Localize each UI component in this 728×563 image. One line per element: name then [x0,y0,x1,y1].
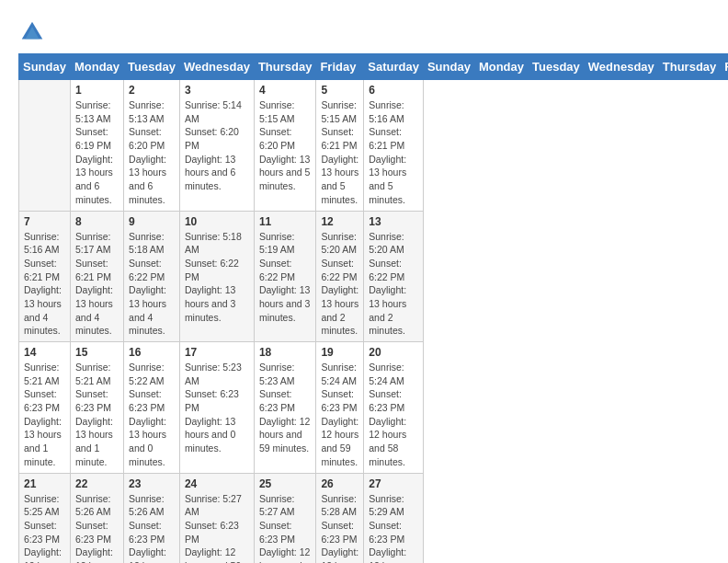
page-header [18,18,710,46]
calendar-cell: 17Sunrise: 5:23 AMSunset: 6:23 PMDayligh… [179,342,254,474]
day-info: Sunrise: 5:28 AMSunset: 6:23 PMDaylight:… [321,492,358,564]
calendar-cell [19,80,71,212]
day-info: Sunrise: 5:21 AMSunset: 6:23 PMDaylight:… [24,361,65,469]
col-header-thursday: Thursday [254,54,316,80]
calendar-cell: 13Sunrise: 5:20 AMSunset: 6:22 PMDayligh… [364,211,424,342]
calendar-cell: 22Sunrise: 5:26 AMSunset: 6:23 PMDayligh… [70,473,123,563]
day-info: Sunrise: 5:16 AMSunset: 6:21 PMDaylight:… [369,98,418,207]
col-header-monday: Monday [474,54,528,80]
day-number: 20 [369,346,418,359]
day-number: 24 [185,477,249,490]
day-number: 5 [321,84,358,97]
col-header-tuesday: Tuesday [124,54,180,80]
col-header-sunday: Sunday [19,54,71,80]
day-number: 13 [369,215,418,228]
day-info: Sunrise: 5:26 AMSunset: 6:23 PMDaylight:… [129,492,175,564]
day-number: 18 [259,346,312,359]
day-number: 12 [321,215,358,228]
day-number: 2 [129,84,175,97]
day-number: 25 [259,477,312,490]
col-header-tuesday: Tuesday [529,54,585,80]
calendar-cell: 16Sunrise: 5:22 AMSunset: 6:23 PMDayligh… [124,342,180,474]
day-info: Sunrise: 5:25 AMSunset: 6:23 PMDaylight:… [24,492,65,564]
day-info: Sunrise: 5:20 AMSunset: 6:22 PMDaylight:… [321,230,358,339]
calendar-cell: 6Sunrise: 5:16 AMSunset: 6:21 PMDaylight… [364,80,424,212]
calendar-cell: 4Sunrise: 5:15 AMSunset: 6:20 PMDaylight… [254,80,316,212]
logo-icon [18,18,46,46]
day-info: Sunrise: 5:19 AMSunset: 6:22 PMDaylight:… [259,230,312,325]
day-number: 7 [24,215,65,228]
day-number: 27 [369,477,418,490]
day-number: 17 [185,346,249,359]
day-info: Sunrise: 5:14 AMSunset: 6:20 PMDaylight:… [185,98,249,193]
calendar-cell: 8Sunrise: 5:17 AMSunset: 6:21 PMDaylight… [70,211,123,342]
day-info: Sunrise: 5:18 AMSunset: 6:22 PMDaylight:… [129,230,175,339]
day-number: 11 [259,215,312,228]
day-info: Sunrise: 5:23 AMSunset: 6:23 PMDaylight:… [259,361,312,455]
calendar-week-row: 14Sunrise: 5:21 AMSunset: 6:23 PMDayligh… [19,342,729,474]
day-number: 9 [129,215,175,228]
day-info: Sunrise: 5:24 AMSunset: 6:23 PMDaylight:… [321,361,358,469]
day-info: Sunrise: 5:24 AMSunset: 6:23 PMDaylight:… [369,361,418,469]
day-info: Sunrise: 5:21 AMSunset: 6:23 PMDaylight:… [75,361,119,469]
day-number: 3 [185,84,249,97]
day-info: Sunrise: 5:18 AMSunset: 6:22 PMDaylight:… [185,230,249,325]
col-header-wednesday: Wednesday [179,54,254,80]
col-header-wednesday: Wednesday [584,54,658,80]
day-info: Sunrise: 5:27 AMSunset: 6:23 PMDaylight:… [185,492,249,564]
day-info: Sunrise: 5:29 AMSunset: 6:23 PMDaylight:… [369,492,418,564]
calendar-cell: 3Sunrise: 5:14 AMSunset: 6:20 PMDaylight… [179,80,254,212]
calendar-header-row: SundayMondayTuesdayWednesdayThursdayFrid… [19,54,729,80]
calendar-cell: 5Sunrise: 5:15 AMSunset: 6:21 PMDaylight… [316,80,364,212]
day-info: Sunrise: 5:26 AMSunset: 6:23 PMDaylight:… [75,492,119,564]
calendar-cell: 24Sunrise: 5:27 AMSunset: 6:23 PMDayligh… [179,473,254,563]
day-number: 26 [321,477,358,490]
calendar-cell: 25Sunrise: 5:27 AMSunset: 6:23 PMDayligh… [254,473,316,563]
calendar-cell: 11Sunrise: 5:19 AMSunset: 6:22 PMDayligh… [254,211,316,342]
calendar-cell: 23Sunrise: 5:26 AMSunset: 6:23 PMDayligh… [124,473,180,563]
day-info: Sunrise: 5:13 AMSunset: 6:20 PMDaylight:… [129,98,175,207]
calendar-cell: 26Sunrise: 5:28 AMSunset: 6:23 PMDayligh… [316,473,364,563]
col-header-saturday: Saturday [364,54,424,80]
col-header-friday: Friday [316,54,364,80]
calendar-cell: 2Sunrise: 5:13 AMSunset: 6:20 PMDaylight… [124,80,180,212]
day-number: 15 [75,346,119,359]
day-number: 22 [75,477,119,490]
calendar-cell: 1Sunrise: 5:13 AMSunset: 6:19 PMDaylight… [70,80,123,212]
col-header-sunday: Sunday [423,54,474,80]
day-number: 14 [24,346,65,359]
col-header-monday: Monday [70,54,123,80]
calendar-week-row: 1Sunrise: 5:13 AMSunset: 6:19 PMDaylight… [19,80,729,212]
col-header-friday: Friday [721,54,728,80]
day-info: Sunrise: 5:27 AMSunset: 6:23 PMDaylight:… [259,492,312,564]
day-info: Sunrise: 5:15 AMSunset: 6:20 PMDaylight:… [259,98,312,193]
calendar-cell: 15Sunrise: 5:21 AMSunset: 6:23 PMDayligh… [70,342,123,474]
calendar-cell: 18Sunrise: 5:23 AMSunset: 6:23 PMDayligh… [254,342,316,474]
day-info: Sunrise: 5:16 AMSunset: 6:21 PMDaylight:… [24,230,65,339]
day-number: 10 [185,215,249,228]
calendar-cell: 7Sunrise: 5:16 AMSunset: 6:21 PMDaylight… [19,211,71,342]
calendar-cell: 20Sunrise: 5:24 AMSunset: 6:23 PMDayligh… [364,342,424,474]
day-number: 8 [75,215,119,228]
calendar-cell: 27Sunrise: 5:29 AMSunset: 6:23 PMDayligh… [364,473,424,563]
day-info: Sunrise: 5:15 AMSunset: 6:21 PMDaylight:… [321,98,358,207]
day-number: 6 [369,84,418,97]
calendar-cell: 9Sunrise: 5:18 AMSunset: 6:22 PMDaylight… [124,211,180,342]
calendar-cell: 21Sunrise: 5:25 AMSunset: 6:23 PMDayligh… [19,473,71,563]
day-number: 16 [129,346,175,359]
calendar-table: SundayMondayTuesdayWednesdayThursdayFrid… [18,53,728,563]
day-info: Sunrise: 5:23 AMSunset: 6:23 PMDaylight:… [185,361,249,455]
day-info: Sunrise: 5:22 AMSunset: 6:23 PMDaylight:… [129,361,175,469]
col-header-thursday: Thursday [658,54,721,80]
day-info: Sunrise: 5:13 AMSunset: 6:19 PMDaylight:… [75,98,119,207]
logo [18,18,50,46]
calendar-week-row: 7Sunrise: 5:16 AMSunset: 6:21 PMDaylight… [19,211,729,342]
calendar-cell: 12Sunrise: 5:20 AMSunset: 6:22 PMDayligh… [316,211,364,342]
day-info: Sunrise: 5:20 AMSunset: 6:22 PMDaylight:… [369,230,418,339]
day-number: 1 [75,84,119,97]
calendar-cell: 10Sunrise: 5:18 AMSunset: 6:22 PMDayligh… [179,211,254,342]
day-number: 23 [129,477,175,490]
calendar-cell: 14Sunrise: 5:21 AMSunset: 6:23 PMDayligh… [19,342,71,474]
calendar-week-row: 21Sunrise: 5:25 AMSunset: 6:23 PMDayligh… [19,473,729,563]
day-number: 21 [24,477,65,490]
